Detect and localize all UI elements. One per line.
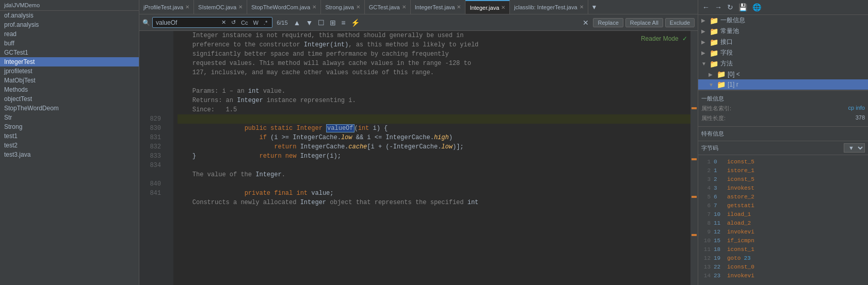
tab-jclasslib[interactable]: jclasslib: IntegerTest.java ✕: [510, 0, 588, 14]
tab-close-stop[interactable]: ✕: [312, 4, 316, 10]
tree-item-method-1[interactable]: ▼ 📁 [1] r: [698, 79, 868, 90]
tab-more-button[interactable]: ▼: [588, 0, 601, 14]
bc-line-13: 13 22 iconst_0: [700, 262, 866, 271]
tab-close-integertest[interactable]: ✕: [457, 4, 461, 10]
code-line-829: public static Integer valueOf(int i) {: [178, 114, 694, 124]
sidebar-item-test2[interactable]: test2: [0, 141, 139, 150]
code-line: Params: i – an int value.: [178, 87, 694, 96]
search-clear-button[interactable]: ✕: [220, 19, 228, 26]
sidebar-item-test1[interactable]: test1: [0, 131, 139, 141]
folder-icon: 📁: [717, 70, 726, 78]
search-context-button[interactable]: ☐: [316, 18, 326, 27]
sidebar-item-test3[interactable]: test3.java: [0, 150, 139, 159]
tree-item-fields[interactable]: ▶ 📁 字段: [698, 47, 868, 58]
tab-integertest[interactable]: IntegerTest.java ✕: [411, 0, 466, 14]
right-save-button[interactable]: 💾: [737, 2, 748, 12]
bytecode-content: 1 0 iconst_5 2 1 istore_1 3 2 iconst_5 4…: [698, 155, 868, 285]
tab-gctest[interactable]: GCTest.java ✕: [365, 0, 411, 14]
folder-icon: 📁: [710, 38, 718, 46]
tree-item-interface[interactable]: ▶ 📁 接口: [698, 37, 868, 47]
code-line: Returns: an Integer instance representin…: [178, 96, 694, 105]
search-next-button[interactable]: ▼: [304, 18, 314, 27]
tab-integer[interactable]: Integer.java ✕: [465, 0, 510, 14]
tab-bar: jProfileTest.java ✕ SIstemOC.java ✕ Stop…: [139, 0, 698, 14]
right-toolbar: ← → ↻ 💾 🌐: [698, 0, 868, 15]
sidebar-item-str[interactable]: Str: [0, 113, 139, 122]
bytecode-dropdown[interactable]: ▼: [844, 143, 865, 153]
tab-stopthewordcom[interactable]: StopTheWordCom.java ✕: [247, 0, 321, 14]
tab-jprofiletest[interactable]: jProfileTest.java ✕: [139, 0, 194, 14]
expand-icon: ▶: [701, 18, 708, 23]
bc-line-9: 9 12 invokevi: [700, 227, 866, 236]
search-filter-button[interactable]: ⚡: [349, 18, 361, 27]
sidebar-item-gctest1[interactable]: GCTest1: [0, 48, 139, 57]
sidebar-item-methods[interactable]: Methods: [0, 85, 139, 94]
tree-item-methods[interactable]: ▼ 📁 方法: [698, 58, 868, 69]
sidebar-item-of-analysis[interactable]: of.analysis: [0, 11, 139, 20]
code-container: 829 830 831 832 833 834 840 841: [139, 31, 698, 285]
tab-close-integer[interactable]: ✕: [501, 5, 505, 10]
tab-label: StopTheWordCom.java: [251, 4, 310, 10]
tab-close-sistemoc[interactable]: ✕: [238, 4, 243, 10]
sidebar-item-strong[interactable]: Strong: [0, 122, 139, 131]
search-history-button[interactable]: ↺: [230, 19, 237, 26]
right-back-button[interactable]: ←: [701, 2, 711, 12]
code-line: Since: 1.5: [178, 105, 694, 114]
expand-icon: ▶: [701, 50, 708, 56]
tab-strong[interactable]: Strong.java ✕: [321, 0, 365, 14]
replace-buttons: Replace Replace All Exclude: [593, 18, 695, 27]
right-refresh-button[interactable]: ↻: [726, 2, 734, 12]
bytecode-panel: 字节码 ▼ 1 0 iconst_5 2 1 istore_1 3: [698, 141, 868, 285]
gutter: [165, 31, 173, 285]
code-lines: Integer instance is not required, this m…: [173, 31, 698, 285]
sidebar-item-read[interactable]: read: [0, 29, 139, 39]
search-pin-button[interactable]: ≡: [340, 18, 347, 27]
reader-mode-button[interactable]: Reader Mode ✓: [641, 35, 687, 42]
right-forward-button[interactable]: →: [714, 2, 723, 12]
prop-value-length: 378: [856, 114, 865, 122]
replace-button[interactable]: Replace: [593, 18, 623, 27]
reader-mode-check-icon: ✓: [682, 35, 687, 42]
search-regex-button[interactable]: .*: [262, 19, 269, 26]
tab-close-strong[interactable]: ✕: [356, 4, 360, 10]
prop-label: 属性长度:: [701, 114, 726, 122]
tab-close-jprofiletest[interactable]: ✕: [185, 4, 189, 10]
bc-arg-goto[interactable]: 23: [744, 255, 750, 261]
exclude-button[interactable]: Exclude: [665, 18, 695, 27]
tree-item-method-0[interactable]: ▶ 📁 [0] <: [698, 69, 868, 79]
folder-icon: 📁: [710, 49, 718, 57]
search-close-button[interactable]: ✕: [583, 19, 589, 27]
prop-value-cp-info[interactable]: cp info: [848, 105, 865, 112]
search-input[interactable]: [156, 19, 218, 26]
tab-label: SIstemOC.java: [198, 4, 236, 10]
reader-mode-label: Reader Mode: [641, 35, 679, 42]
replace-all-button[interactable]: Replace All: [625, 18, 663, 27]
search-case-button[interactable]: Cc: [239, 19, 249, 26]
code-line: Integer instance is not required, this m…: [178, 31, 694, 40]
sidebar-item-matobjtest[interactable]: MatObjTest: [0, 76, 139, 85]
sidebar-item-jprofiletest[interactable]: jprofiletest: [0, 66, 139, 76]
search-multiline-button[interactable]: ⊞: [328, 18, 337, 27]
sidebar-item-integertest[interactable]: IntegerTest: [0, 57, 139, 66]
sidebar-item-buff[interactable]: buff: [0, 39, 139, 48]
search-word-button[interactable]: W: [251, 19, 260, 26]
sidebar-item-objecttest[interactable]: objectTest: [0, 94, 139, 104]
tree-label: 常量池: [720, 27, 739, 36]
prop-label: 属性名索引:: [701, 105, 731, 112]
sidebar-item-prof-analysis[interactable]: prof.analysis: [0, 20, 139, 29]
expand-icon: ▼: [709, 82, 715, 88]
code-line-834: [178, 161, 694, 170]
sidebar-item-stoptheworddeom[interactable]: StopTheWordDeom: [0, 104, 139, 113]
tab-sistemoc[interactable]: SIstemOC.java ✕: [194, 0, 247, 14]
code-scroll[interactable]: 829 830 831 832 833 834 840 841: [139, 31, 698, 285]
scroll-marker-4: [692, 234, 697, 236]
tree-item-constant-pool[interactable]: ▶ 📁 常量池: [698, 26, 868, 37]
tab-close-gctest[interactable]: ✕: [402, 4, 406, 10]
right-link-button[interactable]: 🌐: [751, 2, 762, 12]
bc-line-7: 7 10 iload_1: [700, 210, 866, 219]
search-prev-button[interactable]: ▲: [292, 18, 302, 27]
tree-item-general-info[interactable]: ▶ 📁 一般信息: [698, 15, 868, 26]
tab-label: Strong.java: [325, 4, 354, 10]
tab-close-jclasslib[interactable]: ✕: [580, 4, 584, 10]
prop-row-cp-info: 属性名索引: cp info: [701, 104, 865, 113]
